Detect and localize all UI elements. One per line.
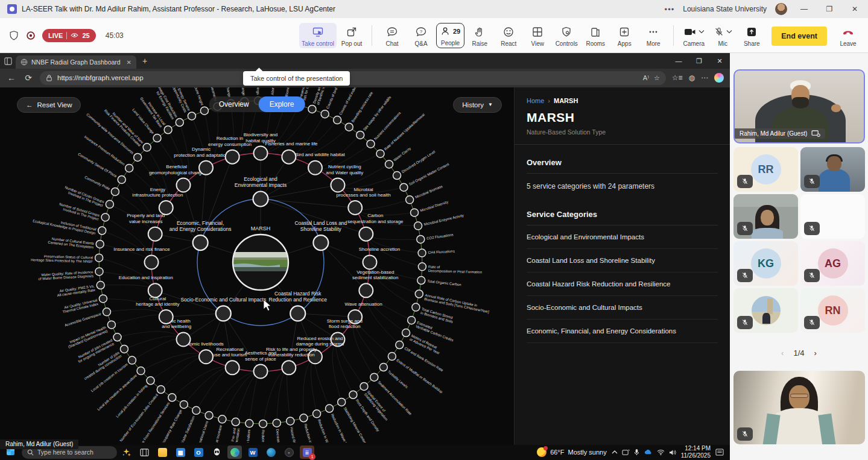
raise-hand-button[interactable]: Raise — [466, 23, 493, 48]
outer-parameter-node[interactable] — [111, 187, 119, 195]
browser-restore-button[interactable]: ❐ — [689, 57, 709, 65]
parameter-node[interactable] — [177, 332, 191, 346]
outer-parameter-node[interactable] — [153, 134, 161, 142]
parameter-node[interactable] — [148, 283, 162, 297]
outer-parameter-node[interactable] — [370, 373, 378, 381]
category-node[interactable] — [193, 235, 208, 250]
edge-browser-icon[interactable] — [227, 446, 242, 459]
ms-store-icon[interactable]: ▦ — [173, 446, 188, 459]
outer-parameter-node[interactable] — [180, 400, 188, 408]
browser-close-button[interactable]: ✕ — [709, 57, 730, 65]
end-event-button[interactable]: End event — [771, 27, 827, 46]
outer-parameter-node[interactable] — [356, 131, 364, 139]
category-node[interactable] — [253, 191, 268, 206]
volume-icon[interactable] — [669, 449, 676, 456]
outer-parameter-node[interactable] — [95, 268, 103, 276]
parameter-node[interactable] — [226, 150, 239, 163]
refresh-icon[interactable]: ⟳ — [23, 73, 34, 83]
chevron-down-icon[interactable] — [726, 30, 732, 34]
outer-parameter-node[interactable] — [345, 123, 353, 131]
browser-minimize-button[interactable]: — — [668, 57, 689, 65]
outer-parameter-node[interactable] — [418, 263, 426, 271]
address-box[interactable]: https://nnbfgraph.vercel.app A⁾ ☆ — [40, 71, 666, 85]
react-button[interactable]: React — [495, 23, 522, 48]
outer-parameter-node[interactable] — [118, 175, 125, 183]
parameter-node[interactable] — [282, 150, 296, 163]
chevron-down-icon[interactable] — [699, 30, 705, 34]
browser-profile-icon[interactable]: ◍ — [689, 74, 695, 82]
parameter-node[interactable] — [254, 364, 268, 378]
outer-parameter-node[interactable] — [259, 420, 267, 427]
explore-tab[interactable]: Explore — [259, 96, 305, 112]
outer-parameter-node[interactable] — [164, 126, 172, 134]
service-category-item[interactable]: Socio-Economic and Cultural Impacts — [527, 296, 718, 320]
participant-tile[interactable] — [800, 194, 865, 239]
tray-chevron-icon[interactable] — [612, 450, 618, 455]
outer-parameter-node[interactable] — [120, 345, 128, 353]
rooms-button[interactable]: Rooms — [581, 23, 609, 48]
service-category-item[interactable]: Coastal Land Loss and Shoreline Stabilit… — [527, 249, 718, 273]
outer-parameter-node[interactable] — [147, 377, 154, 385]
outer-parameter-node[interactable] — [411, 209, 419, 216]
account-avatar[interactable] — [775, 3, 787, 15]
outer-parameter-node[interactable] — [408, 316, 416, 324]
outer-parameter-node[interactable] — [137, 367, 145, 374]
webex-icon[interactable] — [264, 446, 278, 459]
outer-parameter-node[interactable] — [417, 276, 425, 284]
parameter-node[interactable] — [359, 227, 373, 241]
radial-graph-canvas[interactable]: Abundance of fish and shellfishBiomass o… — [0, 87, 514, 445]
participant-tile[interactable]: RR — [733, 147, 798, 192]
outer-parameter-node[interactable] — [308, 105, 316, 113]
taskbar-clock[interactable]: 12:14 PM 11/26/2025 — [681, 445, 711, 459]
outer-parameter-node[interactable] — [168, 394, 176, 402]
parameter-node[interactable] — [159, 201, 173, 215]
parameter-node[interactable] — [226, 361, 239, 374]
parameter-node[interactable] — [348, 201, 362, 215]
outer-parameter-node[interactable] — [334, 116, 341, 124]
weather-widget[interactable]: 66°F Mostly sunny — [537, 447, 607, 457]
outer-parameter-node[interactable] — [406, 196, 414, 204]
outer-parameter-node[interactable] — [107, 321, 115, 329]
active-speaker-tile[interactable]: Rahim, Md Adilur (Guest) — [733, 69, 865, 143]
outer-parameter-node[interactable] — [412, 303, 420, 311]
outer-parameter-node[interactable] — [273, 419, 280, 427]
outer-parameter-node[interactable] — [101, 213, 109, 221]
reset-view-button[interactable]: ← Reset View — [17, 97, 81, 113]
outer-parameter-node[interactable] — [321, 110, 329, 118]
outer-parameter-node[interactable] — [367, 140, 375, 148]
outer-parameter-node[interactable] — [300, 414, 308, 422]
parameter-node[interactable] — [199, 350, 213, 364]
outer-parameter-node[interactable] — [98, 227, 106, 235]
outer-parameter-node[interactable] — [388, 352, 396, 360]
service-category-item[interactable]: Coastal Hazard Risk Reduction and Resili… — [527, 273, 718, 296]
chat-button[interactable]: Chat — [378, 23, 406, 48]
file-explorer-icon[interactable] — [155, 446, 169, 459]
outer-parameter-node[interactable] — [376, 150, 384, 157]
outer-parameter-node[interactable] — [128, 356, 136, 364]
word-icon[interactable]: W — [246, 446, 260, 459]
notification-center-icon[interactable] — [715, 449, 724, 456]
participant-tile[interactable] — [733, 194, 798, 239]
outer-parameter-node[interactable] — [313, 410, 321, 418]
category-node[interactable] — [216, 306, 231, 321]
category-node[interactable] — [313, 235, 328, 250]
controls-button[interactable]: Controls — [553, 23, 580, 48]
outer-parameter-node[interactable] — [205, 411, 213, 419]
task-view-icon[interactable] — [137, 446, 151, 459]
parameter-node[interactable] — [331, 178, 344, 192]
parameter-node[interactable] — [148, 227, 162, 241]
parameter-node[interactable] — [199, 161, 213, 175]
outer-parameter-node[interactable] — [95, 254, 103, 262]
parameter-node[interactable] — [282, 361, 296, 374]
copilot-icon[interactable] — [714, 73, 724, 83]
outer-parameter-node[interactable] — [106, 200, 113, 208]
parameter-node[interactable] — [363, 255, 377, 269]
browser-menu-icon[interactable]: ⋯ — [701, 74, 708, 82]
outlook-icon[interactable]: O — [191, 446, 206, 459]
service-category-item[interactable]: Economic, Financial, and Energy Consider… — [527, 320, 718, 343]
category-node[interactable] — [290, 306, 305, 321]
outer-parameter-node[interactable] — [360, 382, 368, 390]
parameter-node[interactable] — [308, 161, 322, 175]
minimize-button[interactable]: — — [796, 5, 813, 13]
wifi-icon[interactable] — [657, 449, 665, 455]
